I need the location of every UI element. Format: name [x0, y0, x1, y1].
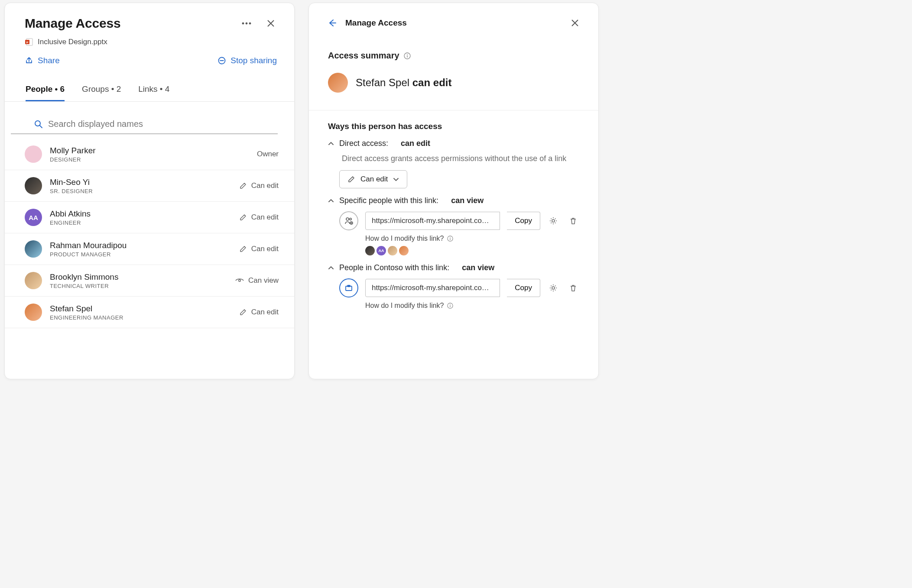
link-url-field-2[interactable]: https://microsoft-my.sharepoint.com... [365, 279, 500, 297]
permission-control[interactable]: Owner [253, 150, 279, 158]
link-settings-button-1[interactable] [547, 215, 559, 227]
org-link-toggle[interactable]: People in Contoso with this link: can vi… [328, 263, 579, 272]
copy-link-button-2[interactable]: Copy [507, 279, 540, 297]
chevron-up-icon [328, 265, 334, 271]
person-name: Abbi Atkins [50, 209, 231, 219]
permission-label: Can view [248, 276, 279, 285]
close-icon [571, 19, 579, 27]
person-row[interactable]: Stefan SpelENGINEERING MANAGERCan edit [5, 297, 294, 328]
permission-control[interactable]: Can view [235, 276, 279, 285]
copy-link-button-1[interactable]: Copy [507, 212, 540, 230]
svg-point-2 [249, 23, 251, 24]
permission-label: Owner [257, 150, 279, 158]
permission-label: Can edit [251, 213, 279, 222]
stop-sharing-button[interactable]: Stop sharing [217, 56, 277, 65]
direct-access-toggle[interactable]: Direct access: can edit [328, 139, 579, 148]
link-url-field-1[interactable]: https://microsoft-my.sharepoint.com... [365, 212, 500, 230]
share-button[interactable]: Share [25, 56, 60, 65]
person-row[interactable]: Min-Seo YiSR. DESIGNERCan edit [5, 170, 294, 202]
permission-dropdown[interactable]: Can edit [339, 170, 407, 188]
person-role: PRODUCT MANAGER [50, 251, 231, 258]
svg-rect-20 [450, 238, 451, 240]
svg-point-14 [346, 218, 349, 220]
person-name: Molly Parker [50, 146, 245, 155]
permission-control[interactable]: Can edit [239, 181, 279, 190]
person-role: DESIGNER [50, 156, 245, 163]
tab-people[interactable]: People • 6 [26, 84, 65, 101]
modify-link-help-2[interactable]: How do I modify this link? [365, 302, 444, 310]
tab-links[interactable]: Links • 4 [138, 84, 169, 101]
tab-links-count: 4 [165, 84, 170, 94]
person-role: SR. DESIGNER [50, 188, 231, 194]
permission-control[interactable]: Can edit [239, 308, 279, 317]
org-link-icon [339, 278, 358, 297]
svg-text:P: P [26, 41, 29, 44]
specific-link-toggle[interactable]: Specific people with this link: can view [328, 196, 579, 205]
direct-access-permission: can edit [401, 139, 430, 148]
summary-user-name: Stefan Spel [356, 77, 409, 88]
org-link-label: People in Contoso with this link: [339, 263, 449, 272]
permission-control[interactable]: Can edit [239, 213, 279, 222]
view-icon [235, 278, 244, 284]
svg-point-12 [407, 54, 408, 55]
person-row[interactable]: AAAbbi AtkinsENGINEERCan edit [5, 202, 294, 233]
delete-link-button-2[interactable] [567, 282, 579, 294]
stop-sharing-label: Stop sharing [230, 56, 277, 65]
share-icon [25, 56, 33, 65]
close-icon [266, 19, 275, 28]
powerpoint-file-icon: P [25, 38, 33, 46]
person-name: Brooklyn Simmons [50, 272, 227, 282]
person-role: ENGINEER [50, 220, 231, 226]
org-link-section: People in Contoso with this link: can vi… [309, 255, 598, 312]
tab-groups[interactable]: Groups • 2 [82, 84, 121, 101]
back-button[interactable] [327, 18, 337, 28]
direct-access-description: Direct access grants access permissions … [342, 154, 579, 163]
person-row[interactable]: Brooklyn SimmonsTECHNICAL WRITERCan view [5, 265, 294, 297]
mini-avatar [388, 246, 397, 255]
mini-avatar [365, 246, 375, 255]
manage-access-panel: Manage Access P Inclusive Design.pptx [4, 3, 295, 379]
tab-groups-label: Groups [82, 84, 109, 94]
back-arrow-icon [327, 18, 337, 28]
svg-line-9 [40, 126, 42, 128]
access-summary-heading: Access summary [328, 51, 399, 61]
chevron-up-icon [328, 198, 334, 204]
avatar [25, 177, 42, 194]
tab-bar: People • 6 Groups • 2 Links • 4 [5, 84, 294, 102]
direct-access-label: Direct access: [339, 139, 388, 148]
search-field[interactable] [11, 115, 278, 134]
info-icon[interactable] [447, 303, 453, 309]
edit-icon [239, 213, 247, 221]
person-role: ENGINEERING MANAGER [50, 314, 231, 321]
svg-point-1 [246, 23, 247, 24]
permission-label: Can edit [251, 181, 279, 190]
close-detail-button[interactable] [569, 17, 581, 29]
tab-people-count: 6 [60, 84, 65, 94]
person-row[interactable]: Molly ParkerDESIGNEROwner [5, 139, 294, 170]
close-button[interactable] [265, 17, 277, 29]
tab-groups-count: 2 [117, 84, 121, 94]
search-input[interactable] [34, 119, 275, 129]
permission-control[interactable]: Can edit [239, 245, 279, 253]
person-name: Rahman Mouradipou [50, 241, 231, 250]
user-avatar [328, 73, 348, 93]
chevron-down-icon [393, 176, 399, 182]
trash-icon [569, 216, 578, 225]
link-settings-button-2[interactable] [547, 282, 559, 294]
more-options-button[interactable] [240, 17, 253, 29]
info-icon[interactable] [404, 52, 411, 59]
person-row[interactable]: Rahman MouradipouPRODUCT MANAGERCan edit [5, 233, 294, 265]
info-icon[interactable] [447, 236, 453, 242]
permission-label: Can edit [251, 308, 279, 317]
svg-point-19 [450, 237, 451, 238]
svg-point-25 [450, 304, 451, 305]
search-icon [34, 120, 43, 129]
edit-icon [239, 245, 247, 253]
person-name: Min-Seo Yi [50, 178, 231, 187]
modify-link-help-1[interactable]: How do I modify this link? [365, 235, 444, 242]
avatar [25, 304, 42, 321]
trash-icon [569, 284, 578, 292]
svg-point-10 [239, 280, 240, 281]
delete-link-button-1[interactable] [567, 215, 579, 227]
svg-rect-13 [407, 55, 407, 57]
